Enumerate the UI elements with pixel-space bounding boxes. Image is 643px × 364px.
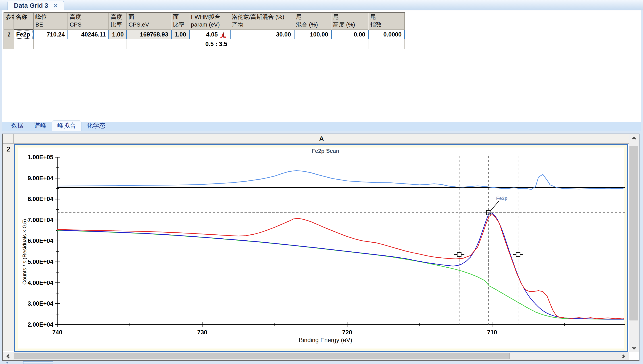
y-tick-label: 2.00E+04 bbox=[28, 321, 53, 328]
tab-peaks[interactable]: 谱峰 bbox=[29, 121, 52, 131]
sheet-row-header[interactable]: 2 bbox=[3, 144, 14, 352]
col-header-tail-exp[interactable]: 尾指数 bbox=[368, 12, 405, 30]
cell-tail-exp[interactable]: 0.0000 bbox=[368, 30, 405, 39]
fe2p-scan-chart[interactable]: Fe2p ScanBinding Energy (eV)Counts / s (… bbox=[18, 148, 626, 350]
cell-tail-mix[interactable]: 100.00 bbox=[294, 30, 331, 39]
chevron-left-icon bbox=[7, 354, 11, 358]
vertical-scrollbar[interactable] bbox=[628, 134, 639, 352]
cell-height[interactable]: 40246.11 bbox=[68, 30, 109, 39]
peak-constraint-icon bbox=[220, 32, 227, 38]
x-tick-label: 710 bbox=[487, 329, 497, 336]
tab-title: Data Grid 3 bbox=[14, 2, 48, 9]
application-window: Data Grid 3 × 参数 名称 峰位BE 高度CPS 高度比率 面CPS… bbox=[0, 0, 643, 364]
scroll-right-button[interactable] bbox=[618, 352, 628, 360]
sheet-column-header[interactable]: A bbox=[15, 134, 628, 144]
col-header-name[interactable]: 名称 bbox=[14, 12, 34, 30]
cell-fwhm[interactable]: 4.05 bbox=[189, 30, 230, 39]
y-tick-label: 4.00E+04 bbox=[28, 280, 53, 286]
fwhm-handle[interactable] bbox=[454, 252, 464, 256]
x-tick-label: 740 bbox=[52, 329, 62, 336]
mini-scroll-left-icon[interactable] bbox=[6, 362, 8, 364]
y-tick-label: 9.00E+04 bbox=[28, 175, 53, 182]
cell-height-ratio-2[interactable] bbox=[109, 39, 127, 49]
chevron-up-icon bbox=[632, 137, 636, 141]
tab-peak-fit[interactable]: 峰拟合 bbox=[52, 120, 82, 131]
chevron-down-icon bbox=[632, 346, 636, 350]
tab-chemical-state[interactable]: 化学态 bbox=[82, 121, 111, 131]
tab-data[interactable]: 数据 bbox=[6, 121, 29, 131]
cell-be-2[interactable] bbox=[34, 39, 68, 49]
col-header-be[interactable]: 峰位BE bbox=[34, 12, 68, 30]
chevron-right-icon bbox=[621, 354, 625, 358]
cell-area-2[interactable] bbox=[127, 39, 171, 49]
y-tick-label: 7.00E+04 bbox=[28, 217, 53, 223]
series-envelope bbox=[57, 213, 624, 319]
tab-data-grid-3[interactable]: Data Grid 3 × bbox=[8, 1, 64, 10]
col-header-height-ratio[interactable]: 高度比率 bbox=[109, 12, 127, 30]
y-tick-label: 5.00E+04 bbox=[28, 258, 53, 265]
cell-height-ratio[interactable]: 1.00 bbox=[109, 30, 127, 39]
peak-label: Fe2p bbox=[496, 196, 507, 201]
cell-area[interactable]: 169768.93 bbox=[127, 30, 171, 39]
x-tick-label: 720 bbox=[342, 329, 352, 336]
mini-scroll-thumb[interactable] bbox=[23, 361, 53, 364]
spectrum-plot[interactable]: Fe2p ScanBinding Energy (eV)Counts / s (… bbox=[18, 148, 624, 348]
col-header-fwhm[interactable]: FWHM拟合param (eV) bbox=[189, 12, 230, 30]
cell-lg-mix[interactable]: 30.00 bbox=[230, 30, 294, 39]
sheet-corner-cell[interactable] bbox=[3, 134, 14, 144]
series-residuals bbox=[57, 171, 624, 190]
x-tick-label: 730 bbox=[197, 329, 207, 336]
bottom-tab-strip: 数据 谱峰 峰拟合 化学态 bbox=[2, 122, 641, 131]
col-header-area-ratio[interactable]: 面比率 bbox=[171, 12, 189, 30]
cell-name[interactable]: Fe2p bbox=[14, 30, 34, 39]
horizontal-scrollbar[interactable] bbox=[3, 352, 628, 360]
data-grid-pane: 参数 名称 峰位BE 高度CPS 高度比率 面CPS.eV 面比率 FWHM拟合… bbox=[2, 10, 641, 122]
scroll-down-button[interactable] bbox=[629, 344, 639, 352]
y-tick-label: 1.00E+05 bbox=[28, 154, 53, 160]
cell-area-ratio-2[interactable] bbox=[171, 39, 189, 49]
cell-lg-mix-2[interactable] bbox=[230, 39, 294, 49]
col-header-height[interactable]: 高度CPS bbox=[68, 12, 109, 30]
cell-tail-height-2[interactable] bbox=[331, 39, 368, 49]
chart-cell[interactable]: Fe2p ScanBinding Energy (eV)Counts / s (… bbox=[15, 144, 628, 352]
cell-height-2[interactable] bbox=[68, 39, 109, 49]
cell-area-ratio[interactable]: 1.00 bbox=[171, 30, 189, 39]
outer-scroll-strip bbox=[0, 361, 643, 364]
row-index-cell[interactable]: I bbox=[4, 30, 14, 39]
vertical-scroll-thumb[interactable] bbox=[629, 146, 638, 320]
peak-parameter-table: 参数 名称 峰位BE 高度CPS 高度比率 面CPS.eV 面比率 FWHM拟合… bbox=[4, 12, 405, 49]
fwhm-handle[interactable] bbox=[513, 252, 523, 256]
scroll-up-button[interactable] bbox=[629, 135, 639, 143]
y-tick-label: 6.00E+04 bbox=[28, 238, 53, 244]
series-background bbox=[57, 230, 624, 319]
cell-tail-height[interactable]: 0.00 bbox=[331, 30, 368, 39]
cell-tail-exp-2[interactable] bbox=[368, 39, 405, 49]
col-header-tail-mix[interactable]: 尾混合 (%) bbox=[294, 12, 331, 30]
row-index-cell[interactable] bbox=[4, 39, 14, 49]
y-tick-label: 8.00E+04 bbox=[28, 196, 53, 202]
peak-marker[interactable]: Fe2p bbox=[486, 196, 507, 215]
cell-tail-mix-2[interactable] bbox=[294, 39, 331, 49]
col-header-tail-height[interactable]: 尾高度 (%) bbox=[331, 12, 368, 30]
series-data bbox=[57, 214, 624, 319]
col-header-area[interactable]: 面CPS.eV bbox=[127, 12, 171, 30]
y-axis-title: Counts / s (Residuals × 0.5) bbox=[22, 219, 28, 285]
y-tick-label: 3.00E+04 bbox=[28, 300, 53, 307]
col-header-lg-mix[interactable]: 洛伦兹/高斯混合 (%)产物 bbox=[230, 12, 294, 30]
cell-fwhm-limits[interactable]: 0.5 : 3.5 bbox=[189, 39, 230, 49]
document-tab-bar: Data Grid 3 × bbox=[0, 0, 643, 10]
horizontal-scroll-thumb[interactable] bbox=[14, 353, 510, 359]
close-icon[interactable]: × bbox=[54, 2, 58, 10]
cell-be[interactable]: 710.24 bbox=[34, 30, 68, 39]
cell-name-2[interactable] bbox=[14, 39, 34, 49]
x-axis-title: Binding Energy (eV) bbox=[299, 337, 352, 344]
col-header-param[interactable]: 参数 bbox=[4, 12, 14, 30]
series-group bbox=[57, 171, 624, 319]
chart-panel: A 2 Fe2p ScanBinding Energy (eV)Counts /… bbox=[2, 134, 639, 361]
scroll-left-button[interactable] bbox=[3, 352, 14, 360]
chart-title: Fe2p Scan bbox=[312, 148, 339, 154]
